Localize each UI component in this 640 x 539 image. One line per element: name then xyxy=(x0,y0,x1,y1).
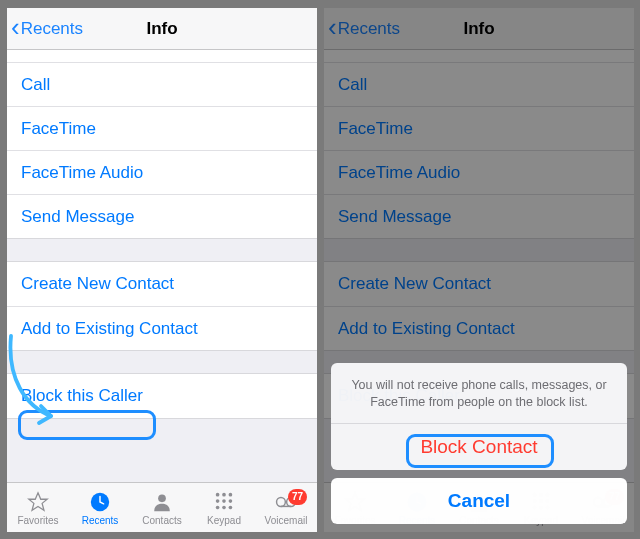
page-title: Info xyxy=(146,19,177,39)
svg-marker-0 xyxy=(29,492,47,509)
nav-bar: ‹ Recents Info xyxy=(7,8,317,50)
action-label: Block Contact xyxy=(420,436,537,458)
row-create-contact[interactable]: Create New Contact xyxy=(7,262,317,306)
section-actions: Call FaceTime FaceTime Audio Send Messag… xyxy=(7,50,317,239)
tab-label: Contacts xyxy=(142,515,181,526)
row-block-caller[interactable]: Block this Caller xyxy=(7,374,317,418)
tab-contacts[interactable]: Contacts xyxy=(131,490,193,526)
svg-point-10 xyxy=(222,505,226,509)
row-label: Send Message xyxy=(21,207,134,227)
action-sheet-message: You will not receive phone calls, messag… xyxy=(331,363,627,424)
tab-recents[interactable]: Recents xyxy=(69,490,131,526)
row-add-existing[interactable]: Add to Existing Contact xyxy=(7,306,317,350)
svg-point-11 xyxy=(229,505,233,509)
row-label: Add to Existing Contact xyxy=(21,319,198,339)
svg-point-3 xyxy=(216,492,220,496)
svg-point-5 xyxy=(229,492,233,496)
tab-label: Recents xyxy=(82,515,119,526)
svg-point-4 xyxy=(222,492,226,496)
row-send-message[interactable]: Send Message xyxy=(7,194,317,238)
svg-point-6 xyxy=(216,499,220,503)
tab-label: Voicemail xyxy=(265,515,308,526)
action-sheet: You will not receive phone calls, messag… xyxy=(331,363,627,524)
keypad-icon xyxy=(211,490,237,514)
action-sheet-group: You will not receive phone calls, messag… xyxy=(331,363,627,470)
tab-favorites[interactable]: Favorites xyxy=(7,490,69,526)
tab-bar: Favorites Recents Contacts xyxy=(7,482,317,532)
row-facetime-audio[interactable]: FaceTime Audio xyxy=(7,150,317,194)
row-facetime[interactable]: FaceTime xyxy=(7,106,317,150)
chevron-left-icon: ‹ xyxy=(11,14,20,40)
spacer xyxy=(7,50,317,62)
back-button[interactable]: ‹ Recents xyxy=(11,8,83,50)
svg-point-2 xyxy=(158,494,166,502)
tab-keypad[interactable]: Keypad xyxy=(193,490,255,526)
row-label: FaceTime Audio xyxy=(21,163,143,183)
row-call[interactable]: Call xyxy=(7,62,317,106)
section-contact: Create New Contact Add to Existing Conta… xyxy=(7,261,317,351)
block-contact-button[interactable]: Block Contact xyxy=(331,424,627,470)
phone-screen-left: ‹ Recents Info Call FaceTime FaceTime Au… xyxy=(7,8,317,532)
clock-icon xyxy=(87,490,113,514)
row-label: FaceTime xyxy=(21,119,96,139)
row-label: Call xyxy=(21,75,50,95)
tab-voicemail[interactable]: 77 Voicemail xyxy=(255,490,317,526)
tab-label: Favorites xyxy=(17,515,58,526)
back-label: Recents xyxy=(21,19,83,39)
section-block: Block this Caller xyxy=(7,373,317,419)
cancel-button[interactable]: Cancel xyxy=(331,478,627,524)
row-label: Create New Contact xyxy=(21,274,174,294)
svg-point-7 xyxy=(222,499,226,503)
svg-point-8 xyxy=(229,499,233,503)
person-icon xyxy=(149,490,175,514)
cancel-label: Cancel xyxy=(448,490,510,512)
star-icon xyxy=(25,490,51,514)
row-label: Block this Caller xyxy=(21,386,143,406)
phone-screen-right: ‹ Recents Info Call FaceTime FaceTime Au… xyxy=(324,8,634,532)
content-area: Call FaceTime FaceTime Audio Send Messag… xyxy=(7,50,317,482)
badge: 77 xyxy=(288,489,307,505)
svg-point-12 xyxy=(277,497,286,506)
tab-label: Keypad xyxy=(207,515,241,526)
svg-point-9 xyxy=(216,505,220,509)
